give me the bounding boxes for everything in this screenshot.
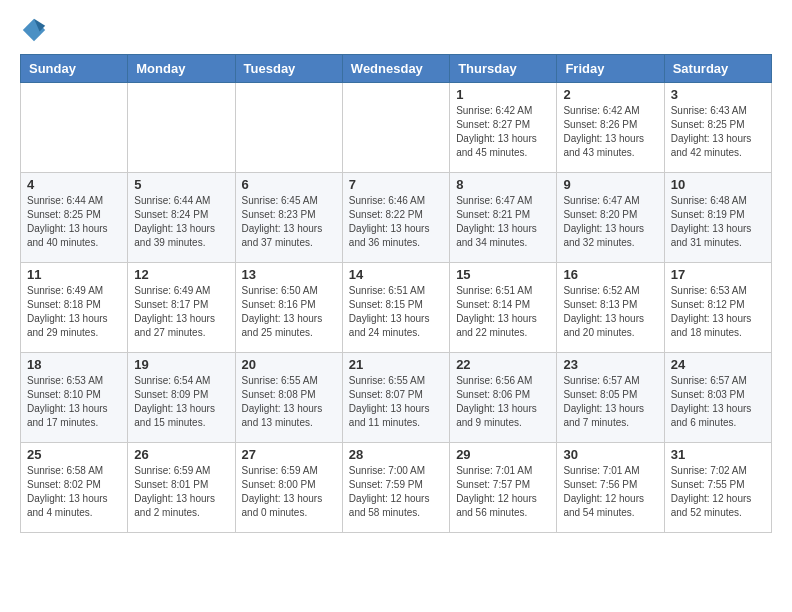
day-number: 19 <box>134 357 228 372</box>
calendar-cell: 1Sunrise: 6:42 AM Sunset: 8:27 PM Daylig… <box>450 83 557 173</box>
calendar-header-row: SundayMondayTuesdayWednesdayThursdayFrid… <box>21 55 772 83</box>
calendar-cell: 30Sunrise: 7:01 AM Sunset: 7:56 PM Dayli… <box>557 443 664 533</box>
calendar-cell: 26Sunrise: 6:59 AM Sunset: 8:01 PM Dayli… <box>128 443 235 533</box>
calendar-header-monday: Monday <box>128 55 235 83</box>
day-number: 22 <box>456 357 550 372</box>
calendar-cell: 19Sunrise: 6:54 AM Sunset: 8:09 PM Dayli… <box>128 353 235 443</box>
calendar-cell: 11Sunrise: 6:49 AM Sunset: 8:18 PM Dayli… <box>21 263 128 353</box>
day-number: 25 <box>27 447 121 462</box>
day-info: Sunrise: 7:01 AM Sunset: 7:56 PM Dayligh… <box>563 464 657 520</box>
calendar-cell: 14Sunrise: 6:51 AM Sunset: 8:15 PM Dayli… <box>342 263 449 353</box>
calendar-cell <box>21 83 128 173</box>
day-info: Sunrise: 6:44 AM Sunset: 8:25 PM Dayligh… <box>27 194 121 250</box>
calendar-cell: 7Sunrise: 6:46 AM Sunset: 8:22 PM Daylig… <box>342 173 449 263</box>
day-number: 21 <box>349 357 443 372</box>
day-info: Sunrise: 6:57 AM Sunset: 8:05 PM Dayligh… <box>563 374 657 430</box>
day-info: Sunrise: 6:47 AM Sunset: 8:21 PM Dayligh… <box>456 194 550 250</box>
logo-icon <box>20 16 48 44</box>
calendar-cell: 8Sunrise: 6:47 AM Sunset: 8:21 PM Daylig… <box>450 173 557 263</box>
calendar-cell <box>235 83 342 173</box>
day-number: 5 <box>134 177 228 192</box>
calendar-week-row: 11Sunrise: 6:49 AM Sunset: 8:18 PM Dayli… <box>21 263 772 353</box>
calendar-header-tuesday: Tuesday <box>235 55 342 83</box>
day-info: Sunrise: 6:57 AM Sunset: 8:03 PM Dayligh… <box>671 374 765 430</box>
day-number: 16 <box>563 267 657 282</box>
day-info: Sunrise: 6:48 AM Sunset: 8:19 PM Dayligh… <box>671 194 765 250</box>
day-info: Sunrise: 6:55 AM Sunset: 8:08 PM Dayligh… <box>242 374 336 430</box>
day-number: 30 <box>563 447 657 462</box>
calendar-cell: 20Sunrise: 6:55 AM Sunset: 8:08 PM Dayli… <box>235 353 342 443</box>
day-number: 7 <box>349 177 443 192</box>
day-number: 2 <box>563 87 657 102</box>
day-number: 14 <box>349 267 443 282</box>
day-number: 24 <box>671 357 765 372</box>
calendar-cell <box>128 83 235 173</box>
day-number: 23 <box>563 357 657 372</box>
day-info: Sunrise: 6:59 AM Sunset: 8:01 PM Dayligh… <box>134 464 228 520</box>
day-number: 17 <box>671 267 765 282</box>
calendar-cell: 22Sunrise: 6:56 AM Sunset: 8:06 PM Dayli… <box>450 353 557 443</box>
calendar-cell: 16Sunrise: 6:52 AM Sunset: 8:13 PM Dayli… <box>557 263 664 353</box>
calendar-cell: 31Sunrise: 7:02 AM Sunset: 7:55 PM Dayli… <box>664 443 771 533</box>
calendar-cell: 2Sunrise: 6:42 AM Sunset: 8:26 PM Daylig… <box>557 83 664 173</box>
calendar-cell: 6Sunrise: 6:45 AM Sunset: 8:23 PM Daylig… <box>235 173 342 263</box>
calendar-cell: 10Sunrise: 6:48 AM Sunset: 8:19 PM Dayli… <box>664 173 771 263</box>
day-number: 26 <box>134 447 228 462</box>
calendar-cell: 3Sunrise: 6:43 AM Sunset: 8:25 PM Daylig… <box>664 83 771 173</box>
day-info: Sunrise: 6:58 AM Sunset: 8:02 PM Dayligh… <box>27 464 121 520</box>
day-info: Sunrise: 6:43 AM Sunset: 8:25 PM Dayligh… <box>671 104 765 160</box>
day-number: 27 <box>242 447 336 462</box>
calendar-week-row: 1Sunrise: 6:42 AM Sunset: 8:27 PM Daylig… <box>21 83 772 173</box>
calendar-cell: 5Sunrise: 6:44 AM Sunset: 8:24 PM Daylig… <box>128 173 235 263</box>
day-number: 4 <box>27 177 121 192</box>
calendar-header-saturday: Saturday <box>664 55 771 83</box>
day-number: 8 <box>456 177 550 192</box>
day-info: Sunrise: 6:52 AM Sunset: 8:13 PM Dayligh… <box>563 284 657 340</box>
svg-marker-0 <box>23 19 45 41</box>
calendar-cell: 9Sunrise: 6:47 AM Sunset: 8:20 PM Daylig… <box>557 173 664 263</box>
calendar-cell <box>342 83 449 173</box>
day-info: Sunrise: 6:42 AM Sunset: 8:26 PM Dayligh… <box>563 104 657 160</box>
day-number: 15 <box>456 267 550 282</box>
day-number: 20 <box>242 357 336 372</box>
calendar-cell: 12Sunrise: 6:49 AM Sunset: 8:17 PM Dayli… <box>128 263 235 353</box>
calendar-week-row: 18Sunrise: 6:53 AM Sunset: 8:10 PM Dayli… <box>21 353 772 443</box>
calendar-cell: 27Sunrise: 6:59 AM Sunset: 8:00 PM Dayli… <box>235 443 342 533</box>
calendar-cell: 18Sunrise: 6:53 AM Sunset: 8:10 PM Dayli… <box>21 353 128 443</box>
calendar-cell: 29Sunrise: 7:01 AM Sunset: 7:57 PM Dayli… <box>450 443 557 533</box>
day-info: Sunrise: 6:47 AM Sunset: 8:20 PM Dayligh… <box>563 194 657 250</box>
day-info: Sunrise: 6:44 AM Sunset: 8:24 PM Dayligh… <box>134 194 228 250</box>
day-number: 13 <box>242 267 336 282</box>
calendar-cell: 17Sunrise: 6:53 AM Sunset: 8:12 PM Dayli… <box>664 263 771 353</box>
day-info: Sunrise: 6:53 AM Sunset: 8:10 PM Dayligh… <box>27 374 121 430</box>
logo <box>20 16 52 44</box>
day-info: Sunrise: 6:54 AM Sunset: 8:09 PM Dayligh… <box>134 374 228 430</box>
day-number: 9 <box>563 177 657 192</box>
calendar-cell: 25Sunrise: 6:58 AM Sunset: 8:02 PM Dayli… <box>21 443 128 533</box>
calendar-header-sunday: Sunday <box>21 55 128 83</box>
day-info: Sunrise: 6:42 AM Sunset: 8:27 PM Dayligh… <box>456 104 550 160</box>
day-info: Sunrise: 6:51 AM Sunset: 8:14 PM Dayligh… <box>456 284 550 340</box>
day-info: Sunrise: 6:53 AM Sunset: 8:12 PM Dayligh… <box>671 284 765 340</box>
calendar-cell: 24Sunrise: 6:57 AM Sunset: 8:03 PM Dayli… <box>664 353 771 443</box>
day-info: Sunrise: 7:01 AM Sunset: 7:57 PM Dayligh… <box>456 464 550 520</box>
calendar-week-row: 4Sunrise: 6:44 AM Sunset: 8:25 PM Daylig… <box>21 173 772 263</box>
day-info: Sunrise: 6:45 AM Sunset: 8:23 PM Dayligh… <box>242 194 336 250</box>
calendar-header-friday: Friday <box>557 55 664 83</box>
calendar-header-thursday: Thursday <box>450 55 557 83</box>
calendar-cell: 21Sunrise: 6:55 AM Sunset: 8:07 PM Dayli… <box>342 353 449 443</box>
header <box>20 16 772 44</box>
day-info: Sunrise: 7:02 AM Sunset: 7:55 PM Dayligh… <box>671 464 765 520</box>
calendar-cell: 28Sunrise: 7:00 AM Sunset: 7:59 PM Dayli… <box>342 443 449 533</box>
calendar-cell: 15Sunrise: 6:51 AM Sunset: 8:14 PM Dayli… <box>450 263 557 353</box>
calendar-week-row: 25Sunrise: 6:58 AM Sunset: 8:02 PM Dayli… <box>21 443 772 533</box>
day-info: Sunrise: 6:59 AM Sunset: 8:00 PM Dayligh… <box>242 464 336 520</box>
day-number: 10 <box>671 177 765 192</box>
day-number: 31 <box>671 447 765 462</box>
day-info: Sunrise: 6:50 AM Sunset: 8:16 PM Dayligh… <box>242 284 336 340</box>
day-number: 29 <box>456 447 550 462</box>
day-info: Sunrise: 6:46 AM Sunset: 8:22 PM Dayligh… <box>349 194 443 250</box>
calendar-cell: 13Sunrise: 6:50 AM Sunset: 8:16 PM Dayli… <box>235 263 342 353</box>
calendar-cell: 23Sunrise: 6:57 AM Sunset: 8:05 PM Dayli… <box>557 353 664 443</box>
day-number: 11 <box>27 267 121 282</box>
